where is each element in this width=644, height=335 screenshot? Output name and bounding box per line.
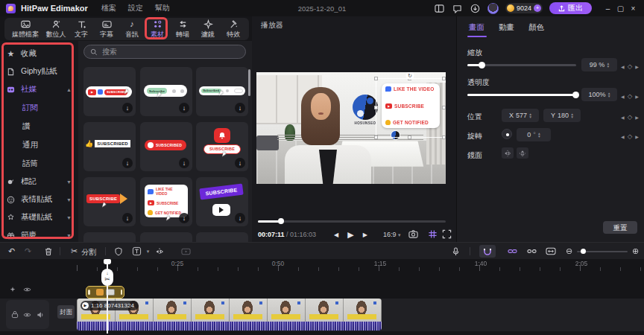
download-sticker-button[interactable]: ↓ — [122, 213, 133, 223]
track-mute-icon[interactable] — [37, 311, 44, 319]
mirror-tool-icon[interactable] — [154, 246, 165, 257]
video-clip[interactable]: ▶ 1:16 807431324 — [77, 299, 382, 331]
chevron-down-icon[interactable]: ▾ — [142, 246, 154, 257]
sidebar-item-markers[interactable]: 標記 ▼ — [0, 173, 78, 191]
tab-transitions[interactable]: 轉場 — [170, 19, 195, 39]
next-frame-button[interactable]: ▶ — [363, 232, 367, 238]
tab-picture[interactable]: 畫面 — [469, 22, 484, 33]
keyframe-next-icon[interactable]: ▶ — [635, 115, 639, 120]
close-button[interactable]: × — [627, 4, 640, 13]
chevron-down-icon[interactable]: ▼ — [66, 233, 72, 238]
keyframe-prev-icon[interactable]: ◀ — [621, 115, 625, 120]
sidebar-item-favorites[interactable]: ★ 收藏 — [0, 45, 78, 63]
opacity-value-input[interactable]: 100%▴▾ — [581, 88, 617, 101]
position-x-input[interactable]: X577▴▾ — [502, 109, 539, 122]
video-preview[interactable]: HOSUNSEO LIKE THE VIDEO ▶SUBSCRIBE GET N… — [256, 72, 446, 184]
keyframe-add-icon[interactable]: ◇ — [628, 133, 633, 140]
user-avatar[interactable] — [487, 3, 499, 14]
chevron-down-icon[interactable]: ▼ — [66, 215, 72, 220]
timeline-ruler[interactable]: 0:25 0:50 1:15 1:40 2:05 — [77, 259, 644, 272]
coin-balance[interactable]: 9024 + — [505, 3, 543, 13]
scissors-icon[interactable]: ✂ — [69, 246, 80, 257]
rotation-value-input[interactable]: 0°▴▾ — [517, 128, 551, 141]
grid-overlay-icon[interactable] — [428, 229, 438, 240]
resize-handle[interactable] — [442, 77, 446, 80]
download-sticker-button[interactable]: ↓ — [235, 103, 245, 113]
sticker-clip[interactable] — [86, 286, 124, 299]
keyframe-add-icon[interactable]: ◇ — [628, 113, 633, 121]
layout-panels-icon[interactable] — [434, 3, 445, 14]
scale-value-input[interactable]: 99 %▴▾ — [581, 58, 617, 71]
delete-icon[interactable] — [42, 246, 54, 257]
position-y-input[interactable]: Y180▴▾ — [543, 109, 581, 122]
magnet-icon[interactable] — [482, 246, 493, 257]
keyframe-add-icon[interactable]: ◇ — [628, 92, 633, 100]
cover-button[interactable]: 封面 — [57, 305, 75, 319]
step-down-icon[interactable]: ▾ — [529, 115, 531, 119]
search-bar[interactable] — [83, 45, 246, 59]
maximize-button[interactable]: ▢ — [614, 4, 627, 13]
step-down-icon[interactable]: ▾ — [538, 135, 540, 138]
keyframe-prev-icon[interactable]: ◀ — [621, 64, 625, 69]
download-sticker-button[interactable]: ↓ — [179, 103, 189, 113]
sticker-item[interactable]: LIKE THE VIDEO ▶SUBSCRIBE GET NOTIFIED ↓ — [140, 177, 192, 226]
zoom-in-icon[interactable]: ⊕ — [630, 246, 641, 257]
resize-handle[interactable] — [374, 135, 378, 139]
sticker-item[interactable] — [83, 232, 136, 242]
opacity-slider[interactable] — [467, 94, 576, 96]
flip-vertical-button[interactable] — [517, 147, 528, 159]
add-coins-button[interactable]: + — [534, 4, 541, 12]
microphone-icon[interactable] — [450, 246, 461, 257]
sidebar-subitem-like[interactable]: 讚 — [0, 117, 78, 135]
tab-color[interactable]: 顏色 — [528, 22, 544, 33]
reset-button[interactable]: 重置 — [603, 221, 637, 234]
sticker-item[interactable]: SUBSCRIBED ↓ — [140, 122, 192, 171]
link-icon[interactable] — [507, 246, 518, 257]
keyframe-next-icon[interactable]: ▶ — [635, 64, 639, 69]
download-sticker-button[interactable]: ↓ — [122, 158, 133, 168]
chevron-down-icon[interactable]: ▼ — [66, 197, 72, 202]
rotate-handle-icon[interactable]: ↻ — [406, 72, 414, 80]
chevron-down-icon[interactable]: ▼ — [66, 179, 72, 185]
keyframe-next-icon[interactable]: ▶ — [635, 134, 639, 139]
sidebar-subitem-general[interactable]: 通用 — [0, 135, 78, 154]
tab-effects[interactable]: 特效 — [221, 19, 246, 39]
download-icon[interactable] — [470, 3, 481, 14]
sticker-item[interactable] — [196, 232, 248, 242]
sticker-item[interactable]: Subscribed ↓ — [196, 67, 248, 116]
sidebar-item-social[interactable]: 社媒 ▲ — [0, 80, 78, 98]
step-down-icon[interactable]: ▾ — [608, 95, 610, 98]
sticker-item[interactable]: Subscribe ↓ — [140, 67, 192, 116]
sticker-item[interactable]: 👍 SUBSCRIBED ↓ — [83, 122, 136, 171]
keyframe-prev-icon[interactable]: ◀ — [621, 94, 625, 99]
tab-media-files[interactable]: 媒體檔案 — [7, 19, 43, 39]
selection-frame[interactable]: ↻ — [376, 78, 444, 138]
chevron-up-icon[interactable]: ▲ — [66, 87, 72, 92]
split-label[interactable]: 分割 — [81, 247, 96, 258]
undo-icon[interactable]: ↶ — [6, 246, 17, 257]
tab-stickers[interactable]: 素材 — [145, 19, 170, 39]
library-scrollbar[interactable] — [248, 69, 250, 96]
resize-handle[interactable] — [374, 77, 378, 80]
menu-help[interactable]: 幫助 — [155, 3, 170, 13]
play-button[interactable]: ▶ — [347, 230, 353, 240]
sticker-item[interactable]: ▶ SUBSCRIBE ↓ — [83, 67, 136, 116]
keyframe-prev-icon[interactable]: ◀ — [621, 134, 625, 139]
record-icon[interactable] — [180, 246, 192, 257]
step-down-icon[interactable]: ▾ — [607, 65, 609, 68]
progress-knob[interactable] — [278, 218, 284, 224]
player-progress-bar[interactable] — [258, 220, 446, 223]
fit-timeline-icon[interactable] — [545, 246, 556, 257]
aspect-ratio-dropdown[interactable]: 16:9 ▾ — [383, 231, 401, 238]
resize-handle[interactable] — [374, 106, 378, 109]
download-sticker-button[interactable]: ↓ — [122, 103, 133, 113]
previous-frame-button[interactable]: ◀ — [334, 232, 338, 238]
tab-text[interactable]: 文字 — [69, 19, 94, 39]
feedback-icon[interactable] — [452, 3, 463, 14]
flip-horizontal-button[interactable] — [502, 147, 514, 159]
resize-handle[interactable] — [442, 106, 446, 109]
track-lock-icon[interactable] — [11, 310, 19, 319]
menu-file[interactable]: 檔案 — [101, 3, 116, 13]
shield-marker-icon[interactable] — [113, 246, 124, 257]
step-down-icon[interactable]: ▾ — [571, 115, 573, 119]
